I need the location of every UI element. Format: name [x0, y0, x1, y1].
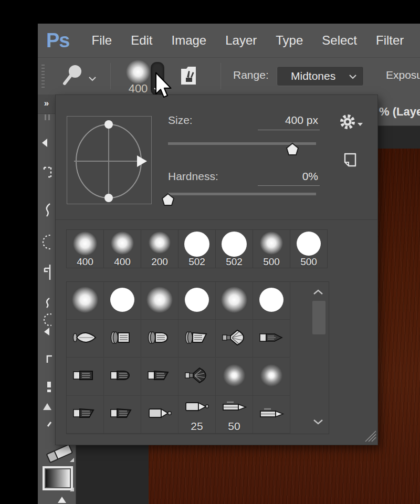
brush-preset-502[interactable]: 502 — [178, 230, 216, 268]
scroll-up-icon[interactable] — [312, 288, 324, 298]
brush-preset-400[interactable]: 400 — [67, 230, 104, 268]
brush-grid-item[interactable] — [67, 320, 104, 358]
history-brush-tool-icon[interactable] — [43, 403, 51, 410]
brush-grid-item[interactable] — [178, 358, 216, 396]
brush-grid-item[interactable] — [216, 320, 253, 358]
menu-item-select[interactable]: Select — [312, 33, 366, 48]
brush-preset-500[interactable]: 500 — [290, 230, 327, 268]
range-select[interactable]: Midtones — [277, 66, 364, 86]
brush-thumbnail-icon — [149, 232, 171, 254]
brush-preset-400[interactable]: 400 — [104, 230, 141, 268]
size-slider[interactable] — [168, 141, 316, 156]
healing-brush-tool-icon[interactable] — [41, 313, 51, 338]
angled-flat-brush-icon — [184, 329, 210, 348]
size-slider-thumb[interactable] — [286, 142, 299, 156]
brush-grid-item[interactable] — [216, 358, 253, 396]
document-tab-title: % (Laye — [379, 105, 420, 119]
brush-tool-icon[interactable] — [46, 355, 54, 366]
brush-grid-item[interactable]: 50 — [216, 396, 253, 434]
brush-grid-item[interactable] — [253, 320, 290, 358]
tool-flyout-chevron-icon[interactable] — [88, 74, 97, 83]
flat-blunt-brush-icon — [109, 329, 135, 348]
tool-fragment-icon[interactable] — [47, 420, 52, 429]
brush-grid-item[interactable] — [141, 282, 178, 320]
dark-point-brush-icon — [258, 329, 285, 348]
marquee-tool-icon[interactable] — [43, 166, 52, 181]
eyedropper-tool-icon[interactable] — [44, 297, 51, 311]
blur-tool-icon[interactable] — [57, 496, 67, 504]
brush-grid-item[interactable] — [141, 320, 178, 358]
menu-item-type[interactable]: Type — [266, 33, 312, 48]
brush-preview-button[interactable]: 400 — [122, 59, 154, 93]
brush-grid-item[interactable] — [141, 396, 178, 434]
new-preset-icon — [341, 161, 358, 170]
eraser-flyout-arrow-icon[interactable] — [70, 458, 74, 462]
menu-items: FileEditImageLayerTypeSelectFilter — [82, 33, 413, 48]
brush-grid-item[interactable] — [253, 282, 290, 320]
quick-selection-tool-icon[interactable] — [41, 233, 51, 254]
flat-point-brush-icon — [221, 398, 247, 417]
brush-grid-item[interactable] — [178, 282, 216, 320]
dodge-tool-button[interactable] — [61, 64, 85, 90]
brush-grid-item[interactable] — [253, 358, 290, 396]
brush-grid-item[interactable] — [141, 358, 178, 396]
brush-grid-item[interactable] — [104, 358, 141, 396]
panel-separator — [56, 219, 377, 220]
brush-angle-roundness-widget[interactable] — [67, 116, 152, 206]
toolbar-grip[interactable] — [45, 114, 51, 120]
round-tube-brush-icon — [146, 405, 173, 424]
size-input-underline — [258, 130, 320, 130]
menu-item-layer[interactable]: Layer — [216, 33, 266, 48]
panel-resize-grip-icon[interactable] — [362, 428, 377, 445]
panel-menu-button[interactable] — [340, 114, 363, 131]
brush-thumbnail-icon — [297, 232, 321, 256]
crop-tool-icon[interactable] — [43, 264, 52, 284]
hardness-slider-thumb[interactable] — [161, 193, 175, 206]
options-bar-grip — [41, 65, 45, 89]
menu-item-edit[interactable]: Edit — [121, 33, 162, 48]
scrollbar-thumb[interactable] — [312, 301, 326, 334]
options-bar: 400 Range: Midtones Exposure: — [38, 58, 420, 95]
move-tool-icon[interactable] — [42, 139, 47, 147]
lasso-tool-icon[interactable] — [44, 203, 51, 219]
brush-grid-item[interactable] — [178, 320, 216, 358]
exposure-label: Exposure: — [386, 69, 420, 81]
create-new-brush-button[interactable] — [341, 152, 358, 169]
round-point-brush-icon — [72, 329, 98, 348]
brush-preset-200[interactable]: 200 — [141, 230, 178, 268]
ps-logo: Ps — [46, 29, 69, 52]
size-value-input[interactable]: 400 px — [245, 114, 318, 127]
brush-grid-item[interactable] — [67, 396, 104, 434]
dark-angled-brush-icon — [146, 367, 173, 386]
chevron-down-icon — [349, 74, 357, 79]
menu-item-file[interactable]: File — [82, 33, 121, 48]
brush-grid-scrollbar[interactable] — [292, 282, 329, 434]
clone-stamp-tool-icon[interactable] — [46, 381, 52, 395]
eraser-tool-icon[interactable] — [44, 443, 76, 466]
fan-brush-icon — [221, 329, 247, 348]
soft-round-icon — [146, 287, 173, 315]
menu-item-filter[interactable]: Filter — [366, 33, 413, 48]
brush-grid-item[interactable] — [104, 282, 141, 320]
brush-preset-500[interactable]: 500 — [253, 230, 290, 268]
brush-grid-item[interactable]: 25 — [178, 396, 216, 434]
brush-preset-502[interactable]: 502 — [216, 230, 253, 268]
brush-grid-item[interactable] — [67, 282, 104, 320]
hardness-slider-track[interactable] — [168, 193, 316, 195]
brush-grid-item[interactable] — [104, 320, 141, 358]
hardness-slider[interactable] — [168, 192, 316, 206]
toolbar-expand-button[interactable]: » — [38, 94, 55, 114]
soft-round-icon — [221, 287, 247, 315]
brush-grid-item[interactable] — [216, 282, 253, 320]
brush-grid-item[interactable] — [253, 396, 290, 434]
dark-round-brush-icon — [109, 367, 135, 386]
hardness-input-underline — [258, 185, 320, 186]
dark-angled-brush-icon — [72, 405, 98, 424]
brush-grid-item[interactable] — [67, 358, 104, 396]
gradient-flyout-arrow-icon[interactable] — [70, 487, 74, 491]
hardness-value-input[interactable]: 0% — [245, 170, 318, 183]
menu-item-image[interactable]: Image — [162, 33, 216, 48]
brush-grid-item[interactable] — [104, 396, 141, 434]
brush-settings-panel-button[interactable] — [180, 64, 197, 87]
scroll-down-icon[interactable] — [312, 418, 324, 427]
